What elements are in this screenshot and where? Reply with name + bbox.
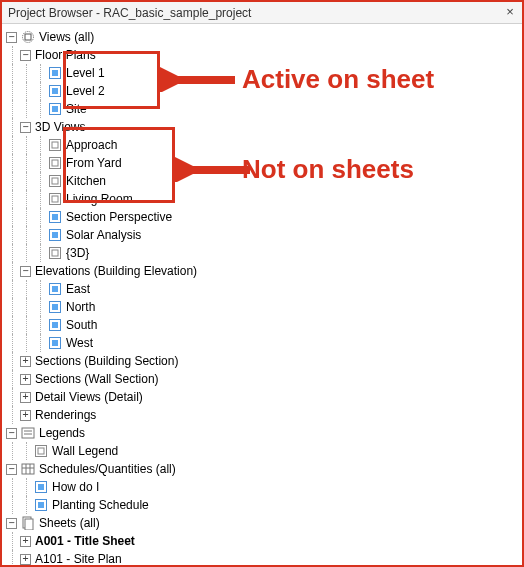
- svg-rect-42: [38, 502, 44, 508]
- view-filled-icon: [48, 336, 62, 350]
- tree-item[interactable]: Site: [66, 102, 87, 116]
- tree-item[interactable]: South: [66, 318, 97, 332]
- view-filled-icon: [48, 102, 62, 116]
- svg-rect-12: [50, 176, 61, 187]
- svg-rect-5: [52, 88, 58, 94]
- tree-item[interactable]: Approach: [66, 138, 117, 152]
- svg-point-0: [23, 32, 34, 43]
- tree-item[interactable]: Wall Legend: [52, 444, 118, 458]
- collapse-icon[interactable]: −: [20, 50, 31, 61]
- svg-rect-7: [52, 106, 58, 112]
- tree-item[interactable]: Level 1: [66, 66, 105, 80]
- svg-rect-10: [50, 158, 61, 169]
- view-filled-icon: [48, 282, 62, 296]
- tree-item-elevations[interactable]: Elevations (Building Elevation): [35, 264, 197, 278]
- view-filled-icon: [48, 228, 62, 242]
- legends-icon: [21, 426, 35, 440]
- expand-icon[interactable]: +: [20, 356, 31, 367]
- tree-item[interactable]: Planting Schedule: [52, 498, 149, 512]
- svg-rect-25: [52, 304, 58, 310]
- svg-rect-23: [52, 286, 58, 292]
- view-empty-icon: [48, 156, 62, 170]
- view-empty-icon: [48, 192, 62, 206]
- tree-item[interactable]: How do I: [52, 480, 99, 494]
- svg-rect-15: [52, 196, 58, 202]
- svg-rect-34: [38, 448, 44, 454]
- svg-rect-1: [25, 34, 31, 40]
- view-empty-icon: [48, 246, 62, 260]
- sheets-icon: [21, 516, 35, 530]
- svg-rect-13: [52, 178, 58, 184]
- tree-item[interactable]: Solar Analysis: [66, 228, 141, 242]
- tree-item-views[interactable]: Views (all): [39, 30, 94, 44]
- tree-item[interactable]: From Yard: [66, 156, 122, 170]
- tree-item[interactable]: Level 2: [66, 84, 105, 98]
- svg-rect-14: [50, 194, 61, 205]
- tree-item[interactable]: Renderings: [35, 408, 96, 422]
- svg-rect-3: [52, 70, 58, 76]
- svg-rect-29: [52, 340, 58, 346]
- svg-rect-44: [25, 519, 33, 530]
- tree-item-schedules[interactable]: Schedules/Quantities (all): [39, 462, 176, 476]
- tree-item[interactable]: Detail Views (Detail): [35, 390, 143, 404]
- view-filled-icon: [48, 66, 62, 80]
- tree-item-sheet[interactable]: A101 - Site Plan: [35, 552, 122, 566]
- collapse-icon[interactable]: −: [20, 122, 31, 133]
- view-filled-icon: [34, 498, 48, 512]
- svg-rect-21: [52, 250, 58, 256]
- view-filled-icon: [48, 210, 62, 224]
- tree-item[interactable]: Living Room: [66, 192, 133, 206]
- tree-item-sheets[interactable]: Sheets (all): [39, 516, 100, 530]
- tree-item-3dviews[interactable]: 3D Views: [35, 120, 85, 134]
- svg-rect-35: [22, 464, 34, 474]
- expand-icon[interactable]: +: [20, 536, 31, 547]
- view-empty-icon: [48, 174, 62, 188]
- collapse-icon[interactable]: −: [6, 464, 17, 475]
- svg-rect-17: [52, 214, 58, 220]
- tree-item[interactable]: Sections (Wall Section): [35, 372, 159, 386]
- collapse-icon[interactable]: −: [6, 518, 17, 529]
- svg-rect-27: [52, 322, 58, 328]
- view-empty-icon: [48, 138, 62, 152]
- close-icon[interactable]: ×: [502, 4, 518, 20]
- tree-item[interactable]: North: [66, 300, 95, 314]
- tree-item[interactable]: West: [66, 336, 93, 350]
- collapse-icon[interactable]: −: [20, 266, 31, 277]
- expand-icon[interactable]: +: [20, 392, 31, 403]
- tree-item[interactable]: Sections (Building Section): [35, 354, 178, 368]
- tree-item[interactable]: East: [66, 282, 90, 296]
- titlebar: Project Browser - RAC_basic_sample_proje…: [2, 2, 522, 24]
- svg-rect-11: [52, 160, 58, 166]
- view-empty-icon: [34, 444, 48, 458]
- svg-rect-33: [36, 446, 47, 457]
- tree-item[interactable]: {3D}: [66, 246, 89, 260]
- svg-rect-40: [38, 484, 44, 490]
- svg-rect-20: [50, 248, 61, 259]
- svg-rect-30: [22, 428, 34, 438]
- tree-item[interactable]: Kitchen: [66, 174, 106, 188]
- tree-item-legends[interactable]: Legends: [39, 426, 85, 440]
- tree-item[interactable]: Section Perspective: [66, 210, 172, 224]
- views-icon: [21, 30, 35, 44]
- svg-rect-9: [52, 142, 58, 148]
- tree-item-sheet[interactable]: A001 - Title Sheet: [35, 534, 135, 548]
- expand-icon[interactable]: +: [20, 410, 31, 421]
- expand-icon[interactable]: +: [20, 374, 31, 385]
- tree: − Views (all) − Floor Plans Level 1 Leve…: [2, 24, 522, 567]
- view-filled-icon: [48, 300, 62, 314]
- view-filled-icon: [48, 318, 62, 332]
- tree-item-floorplans[interactable]: Floor Plans: [35, 48, 96, 62]
- expand-icon[interactable]: +: [20, 554, 31, 565]
- svg-rect-8: [50, 140, 61, 151]
- collapse-icon[interactable]: −: [6, 32, 17, 43]
- collapse-icon[interactable]: −: [6, 428, 17, 439]
- window-title: Project Browser - RAC_basic_sample_proje…: [8, 6, 251, 20]
- svg-rect-19: [52, 232, 58, 238]
- view-filled-icon: [48, 84, 62, 98]
- view-filled-icon: [34, 480, 48, 494]
- schedules-icon: [21, 462, 35, 476]
